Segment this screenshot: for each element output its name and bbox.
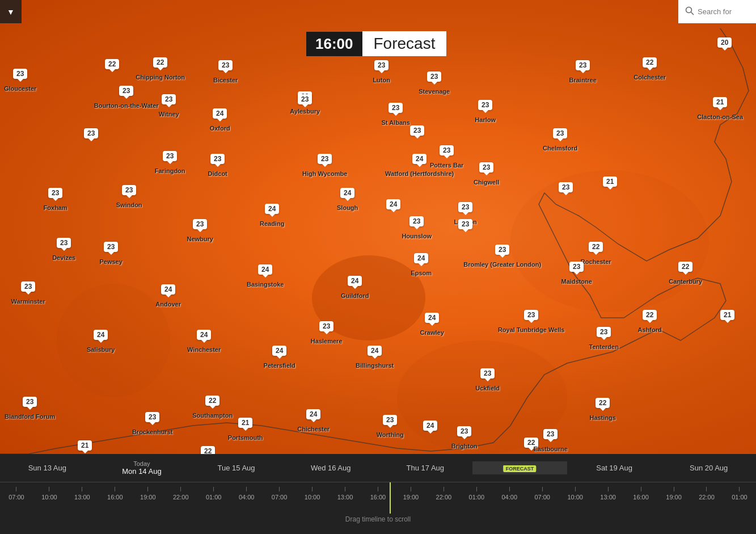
tick-group[interactable]: 10:00 xyxy=(33,487,66,501)
city-label: Southampton xyxy=(192,412,233,419)
temp-pin: 24 xyxy=(423,420,437,431)
tick-group[interactable]: 19:00 xyxy=(657,487,690,501)
tick-group[interactable]: 07:00 xyxy=(263,487,296,501)
city-label: Portsmouth xyxy=(228,434,263,441)
tick-group[interactable]: 22:00 xyxy=(164,487,197,501)
temp-pin: 23Harlow xyxy=(478,99,492,110)
tick-group[interactable]: 01:00 xyxy=(460,487,493,501)
city-label: Bourton-on-the-Water xyxy=(94,102,159,109)
day-item[interactable]: Tue 15 Aug xyxy=(189,461,284,474)
city-label: Ashford xyxy=(638,326,662,333)
city-label: High Wycombe xyxy=(302,170,347,177)
day-item[interactable]: Thu 17 Aug xyxy=(378,461,473,474)
tick-mark xyxy=(82,487,82,491)
day-item[interactable]: Sun 13 Aug xyxy=(0,461,95,474)
tick-group[interactable]: 07:00 xyxy=(0,487,33,501)
city-label: Slough xyxy=(337,204,358,211)
tick-label: 13:00 xyxy=(337,494,353,501)
city-label: Eastbourne xyxy=(533,445,568,452)
tick-mark xyxy=(180,487,181,491)
temp-pin: 23Bromley (Greater London) xyxy=(495,244,509,255)
city-label: Andover xyxy=(155,301,181,308)
header: ▼ xyxy=(0,0,756,23)
tick-group[interactable]: 19:00 xyxy=(394,487,427,501)
tick-group[interactable]: 01:00 xyxy=(197,487,230,501)
tick-group[interactable]: 22:00 xyxy=(690,487,723,501)
today-label: Today xyxy=(95,460,189,467)
forecast-badge: FORECAST xyxy=(504,465,537,472)
tick-label: 07:00 xyxy=(272,494,288,501)
city-label: Rochester xyxy=(581,258,611,265)
city-label: Oxford xyxy=(210,125,230,132)
city-label: Worthing xyxy=(377,431,404,438)
city-label: Clacton-on-Sea xyxy=(697,113,743,120)
temp-pin: 24Andover xyxy=(161,284,175,295)
temp-pin: 23Royal Tunbridge Wells xyxy=(524,309,538,320)
tick-group[interactable]: 10:00 xyxy=(559,487,592,501)
temp-pin: 23Chelmsford xyxy=(553,128,567,138)
tick-mark xyxy=(509,487,510,491)
tick-label: 13:00 xyxy=(600,494,616,501)
temp-pin: 23Newbury xyxy=(193,218,207,229)
tick-mark xyxy=(279,487,280,491)
temp-pin: 22 xyxy=(105,58,119,69)
tick-label: 04:00 xyxy=(239,494,255,501)
tick-group[interactable]: 01:00 xyxy=(723,487,756,501)
temp-pin: 23Luton xyxy=(374,60,388,70)
search-bar[interactable] xyxy=(678,0,756,23)
temp-pin: 22Southampton xyxy=(205,395,219,406)
city-label: Brockenhurst xyxy=(132,428,173,435)
tick-group[interactable]: 13:00 xyxy=(592,487,624,501)
tick-group[interactable]: 04:00 xyxy=(493,487,526,501)
day-item[interactable]: Sat 19 Aug xyxy=(567,461,662,474)
tick-label: 19:00 xyxy=(403,494,419,501)
temp-pin: 23Tenterden xyxy=(597,326,611,337)
tick-group[interactable]: 13:00 xyxy=(66,487,99,501)
tick-group[interactable]: 19:00 xyxy=(132,487,164,501)
tick-group[interactable]: 16:00 xyxy=(624,487,657,501)
city-label: Chipping Norton xyxy=(136,74,185,81)
temp-pin: 24Crawley xyxy=(425,312,439,323)
tick-group[interactable]: 16:00 xyxy=(99,487,132,501)
day-item[interactable]: Fri 18 AugFORECAST xyxy=(472,461,567,474)
tick-label: 16:00 xyxy=(633,494,649,501)
city-label: Newbury xyxy=(187,236,213,242)
day-name: Thu 17 Aug xyxy=(378,464,473,472)
time-badge: 16:00 Forecast xyxy=(306,31,446,56)
city-label: Billingshurst xyxy=(356,362,394,369)
tick-label: 22:00 xyxy=(173,494,189,501)
city-label: Chichester xyxy=(297,426,330,432)
tick-group[interactable]: 04:00 xyxy=(230,487,263,501)
day-name: Sat 19 Aug xyxy=(567,464,662,472)
temp-pin: 23Didcot xyxy=(210,153,225,164)
city-label: Aylesbury xyxy=(290,108,320,115)
dropdown-button[interactable]: ▼ xyxy=(0,0,22,23)
city-label: Didcot xyxy=(208,170,227,177)
temp-pin: 23 xyxy=(559,182,573,192)
city-label: Chelmsford xyxy=(543,145,577,152)
temp-pin: 23Worthing xyxy=(383,414,397,425)
tick-group[interactable]: 13:00 xyxy=(329,487,362,501)
temp-pin: 23Hounslow xyxy=(409,216,424,226)
search-icon xyxy=(685,6,694,18)
day-date: Mon 14 Aug xyxy=(95,467,189,476)
temp-pin: 23Bicester xyxy=(218,60,233,70)
tick-group[interactable]: 10:00 xyxy=(296,487,329,501)
day-item[interactable]: Wed 16 Aug xyxy=(284,461,378,474)
temp-pin: 21 xyxy=(720,309,734,320)
day-item[interactable]: TodayMon 14 Aug xyxy=(95,458,189,478)
temp-pin: 24Chichester xyxy=(306,409,320,419)
city-label: Chigwell xyxy=(474,179,499,186)
city-label: Colchester xyxy=(633,74,666,81)
temp-pin: 24Epsom xyxy=(414,253,428,263)
search-input[interactable] xyxy=(698,7,749,16)
day-item[interactable]: Sun 20 Aug xyxy=(661,461,756,474)
map-container[interactable]: 23Gloucester2222Chipping Norton23Biceste… xyxy=(0,0,756,454)
timeline[interactable]: Sun 13 AugTodayMon 14 AugTue 15 AugWed 1… xyxy=(0,454,756,534)
tick-group[interactable]: 22:00 xyxy=(427,487,460,501)
tick-group[interactable]: 07:00 xyxy=(526,487,559,501)
city-label: Swindon xyxy=(116,201,142,208)
temp-pin: 23Haslemere xyxy=(319,321,333,331)
temp-pin: 24Petersfield xyxy=(272,345,286,356)
tick-mark xyxy=(345,487,345,491)
